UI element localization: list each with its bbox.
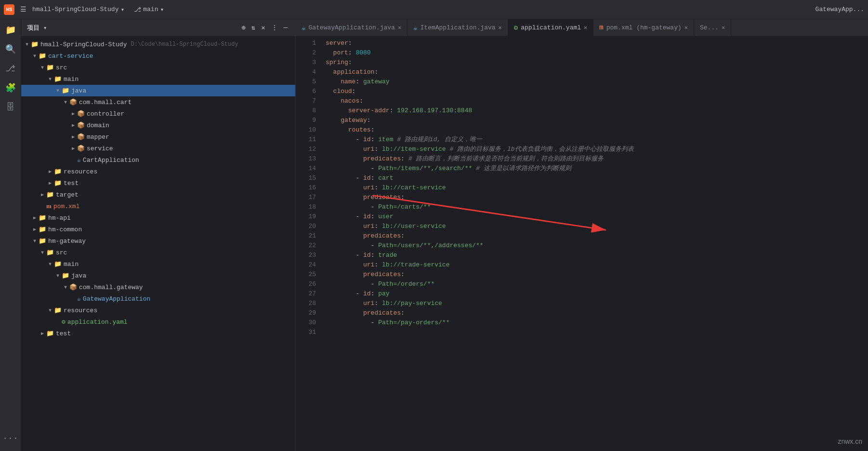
hamburger-icon[interactable]: ☰ xyxy=(18,4,28,14)
line-numbers: 1234567891011121314151617181920212223242… xyxy=(296,37,320,451)
editor-content: 1234567891011121314151617181920212223242… xyxy=(296,37,868,451)
folder-icon: 📁 xyxy=(46,191,54,199)
tab-label: Se... xyxy=(700,24,719,31)
code-token: 192.168.197.130:8848 xyxy=(397,107,472,114)
tree-item-target[interactable]: ▶📁target xyxy=(21,189,295,200)
git-icon[interactable]: ⎇ xyxy=(2,60,19,77)
code-line: gateway: xyxy=(326,116,862,125)
tree-item-GatewayApplication[interactable]: ☕GatewayApplication xyxy=(21,293,295,305)
project-selector[interactable]: hmall-SpringCloud-Study ▾ xyxy=(32,6,124,13)
folder-icon: 📁 xyxy=(46,64,54,71)
code-line: predicates: xyxy=(326,193,862,202)
code-token xyxy=(326,300,363,307)
tree-item-application.yaml[interactable]: ⚙application.yaml xyxy=(21,316,295,328)
code-token: cart xyxy=(378,174,393,182)
tree-item-java[interactable]: ▼📁java xyxy=(21,85,295,96)
code-token: predicates xyxy=(363,232,401,239)
tree-item-src[interactable]: ▼📁src xyxy=(21,62,295,73)
tree-item-com.hmall.gateway[interactable]: ▼📦com.hmall.gateway xyxy=(21,281,295,293)
code-token: pay xyxy=(378,290,389,297)
branch-selector[interactable]: ⎇ main ▾ xyxy=(134,6,164,13)
code-token: Path=/orders/** xyxy=(378,280,434,288)
tree-label: pom.xml xyxy=(53,203,80,210)
expand-arrow: ▼ xyxy=(54,273,62,279)
tree-item-main-gw[interactable]: ▼📁main xyxy=(21,258,295,270)
tree-item-controller[interactable]: ▶📦controller xyxy=(21,108,295,119)
code-token: - xyxy=(326,319,378,326)
tree-item-test[interactable]: ▶📁test xyxy=(21,177,295,189)
tree-item-domain[interactable]: ▶📦domain xyxy=(21,119,295,131)
expand-arrow: ▼ xyxy=(23,42,31,47)
tree-item-CartApplication[interactable]: ☕CartApplication xyxy=(21,154,295,166)
code-token: port xyxy=(326,49,348,56)
code-token: predicates xyxy=(363,271,401,278)
code-line: - Path=/carts/** xyxy=(326,202,862,212)
collapse-icon[interactable]: ⇅ xyxy=(250,23,257,33)
tree-item-resources[interactable]: ▶📁resources xyxy=(21,166,295,177)
folder-icon[interactable]: 📁 xyxy=(2,21,19,39)
line-number: 21 xyxy=(296,231,316,241)
tree-label: com.hmall.gateway xyxy=(79,284,143,291)
tree-label: service xyxy=(87,145,113,152)
new-file-icon[interactable]: ⊕ xyxy=(239,23,247,33)
tree-label: java xyxy=(71,87,86,94)
more-icon[interactable]: ··· xyxy=(2,430,19,447)
code-token: lb://pay-service xyxy=(382,300,442,307)
tree-item-hm-api[interactable]: ▶📁hm-api xyxy=(21,212,295,224)
code-token: : xyxy=(374,261,382,268)
tree-item-cart-service[interactable]: ▼📁cart-service xyxy=(21,50,295,62)
code-token: : xyxy=(374,68,378,76)
tab-GatewayApplication[interactable]: ☕GatewayApplication.java✕ xyxy=(296,19,408,36)
code-token xyxy=(326,232,363,239)
tab-close-button[interactable]: ✕ xyxy=(398,24,401,31)
close-panel-icon[interactable]: ✕ xyxy=(259,23,267,33)
tree-item-service[interactable]: ▶📦service xyxy=(21,143,295,154)
tree-item-com.hmall.cart[interactable]: ▼📦com.hmall.cart xyxy=(21,96,295,108)
watermark: znwx.cn xyxy=(838,438,862,445)
minimize-icon[interactable]: — xyxy=(282,23,289,33)
tree-label: hm-gateway xyxy=(48,238,86,245)
tree-item-resources-gw[interactable]: ▼📁resources xyxy=(21,305,295,316)
line-number: 8 xyxy=(296,106,316,116)
line-number: 6 xyxy=(296,87,316,96)
code-token xyxy=(326,184,363,191)
code-token: lb://user-service xyxy=(382,223,446,230)
code-token: application xyxy=(326,68,374,76)
code-line: - id: trade xyxy=(326,251,862,260)
code-token: - xyxy=(326,242,378,249)
tab-close-button[interactable]: ✕ xyxy=(499,24,502,31)
tab-close-button[interactable]: ✕ xyxy=(684,24,688,31)
tab-Se[interactable]: Se...✕ xyxy=(694,19,731,36)
activity-bar: 📁 🔍 ⎇ 🧩 🗄 ··· xyxy=(0,19,21,451)
tree-item-hm-gateway[interactable]: ▼📁hm-gateway xyxy=(21,235,295,247)
tree-item-main[interactable]: ▼📁main xyxy=(21,73,295,85)
code-line: routes: xyxy=(326,125,862,135)
tree-item-java-gw[interactable]: ▼📁java xyxy=(21,270,295,281)
chevron-down-icon: ▾ xyxy=(120,6,124,13)
code-editor[interactable]: server: port: 8080spring: application: n… xyxy=(320,37,868,451)
tree-item-test-gw[interactable]: ▶📁test xyxy=(21,328,295,339)
code-token xyxy=(326,223,363,230)
tree-item-src-gw[interactable]: ▼📁src xyxy=(21,247,295,258)
code-line: - id: user xyxy=(326,212,862,222)
tab-close-button[interactable]: ✕ xyxy=(584,24,587,31)
search-icon[interactable]: 🔍 xyxy=(2,40,19,58)
code-token: Path=/pay-orders/** xyxy=(378,319,449,326)
expand-arrow: ▶ xyxy=(39,192,46,198)
tab-ItemApplication[interactable]: ☕ItemApplication.java✕ xyxy=(408,19,508,36)
tree-item-root[interactable]: ▼📁hmall-SpringCloud-StudyD:\Code\hmall-S… xyxy=(21,39,295,50)
line-number: 11 xyxy=(296,135,316,145)
line-number: 30 xyxy=(296,318,316,328)
code-token: : xyxy=(374,146,382,153)
tree-item-hm-common[interactable]: ▶📁hm-common xyxy=(21,224,295,235)
tab-pom.xml[interactable]: mpom.xml (hm-gateway)✕ xyxy=(593,19,694,36)
file-tree: ▼📁hmall-SpringCloud-StudyD:\Code\hmall-S… xyxy=(21,37,295,451)
line-number: 24 xyxy=(296,260,316,270)
database-icon[interactable]: 🗄 xyxy=(2,98,19,116)
tree-item-pom.xml-cart[interactable]: mpom.xml xyxy=(21,200,295,212)
more-options-icon[interactable]: ⋮ xyxy=(269,23,280,33)
tree-item-mapper[interactable]: ▶📦mapper xyxy=(21,131,295,143)
extensions-icon[interactable]: 🧩 xyxy=(2,79,19,96)
tab-close-button[interactable]: ✕ xyxy=(722,24,725,31)
tab-application.yaml[interactable]: ⚙application.yaml✕ xyxy=(508,19,594,36)
